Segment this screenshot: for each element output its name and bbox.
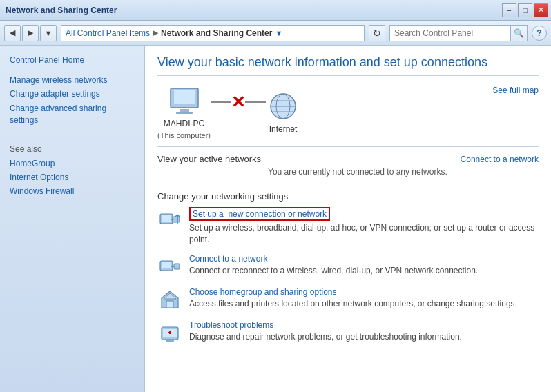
title-bar: Network and Sharing Center − □ ✕ — [0, 0, 551, 21]
pc-icon — [167, 86, 202, 116]
connect-network-icon — [157, 254, 182, 279]
svg-rect-17 — [162, 262, 171, 268]
setting-troubleshoot: Troubleshoot problems Diagnose and repai… — [157, 320, 539, 345]
troubleshoot-link[interactable]: Troubleshoot problems — [189, 320, 273, 330]
x-mark: ✕ — [231, 94, 245, 110]
svg-rect-1 — [174, 90, 195, 104]
active-networks-label: View your active networks — [157, 154, 261, 164]
minimize-button[interactable]: − — [502, 3, 516, 17]
setting-homegroup: Choose homegroup and sharing options Acc… — [157, 287, 539, 312]
homegroup-desc: Access files and printers located on oth… — [189, 298, 539, 310]
forward-button[interactable]: ▶ — [22, 25, 39, 41]
change-settings-title: Change your networking settings — [157, 191, 539, 202]
help-button[interactable]: ? — [532, 26, 547, 41]
breadcrumb-home[interactable]: All Control Panel Items — [66, 28, 150, 38]
close-button[interactable]: ✕ — [534, 3, 548, 17]
divider-active-networks — [157, 146, 539, 147]
search-icon[interactable]: 🔍 — [510, 26, 527, 41]
setup-connection-desc: Set up a wireless, broadband, dial-up, a… — [189, 222, 539, 246]
homegroup-link[interactable]: Choose homegroup and sharing options — [189, 287, 336, 297]
divider-change-settings — [157, 184, 539, 184]
pc-label: MAHDI-PC — [164, 119, 204, 128]
address-bar: ◀ ▶ ▼ All Control Panel Items ▶ Network … — [0, 21, 551, 46]
maximize-button[interactable]: □ — [518, 3, 532, 17]
sidebar-item-change-adapter[interactable]: Change adapter settings — [0, 87, 144, 101]
troubleshoot-text: Troubleshoot problems Diagnose and repai… — [189, 320, 539, 343]
sidebar-item-windows-firewall[interactable]: Windows Firewall — [0, 184, 144, 198]
search-input[interactable] — [390, 28, 510, 38]
back-button[interactable]: ◀ — [4, 25, 21, 41]
setting-setup-connection: Set up a new connection or network Set u… — [157, 207, 539, 246]
setup-new-connection-link[interactable]: new connection or network — [228, 209, 327, 219]
troubleshoot-desc: Diagnose and repair network problems, or… — [189, 331, 539, 343]
dropdown-button[interactable]: ▼ — [40, 25, 57, 41]
sidebar-item-change-advanced[interactable]: Change advanced sharingsettings — [0, 101, 144, 128]
svg-rect-25 — [166, 340, 174, 342]
see-also-label: See also — [0, 133, 144, 157]
svg-rect-18 — [174, 264, 180, 269]
setting-connect-network: Connect to a network Connect or reconnec… — [157, 254, 539, 279]
setup-connection-text: Set up a new connection or network Set u… — [189, 207, 539, 246]
active-networks-section: View your active networks Connect to a n… — [157, 154, 539, 164]
breadcrumb-sep: ▶ — [153, 28, 158, 37]
connect-network-text: Connect to a network Connect or reconnec… — [189, 254, 539, 277]
content-area: View your basic network information and … — [145, 46, 551, 392]
main-layout: Control Panel Home Manage wireless netwo… — [0, 46, 551, 392]
window-title: Network and Sharing Center — [6, 6, 117, 15]
sidebar-item-manage-wireless[interactable]: Manage wireless networks — [0, 73, 144, 87]
diagram-pc: MAHDI-PC (This computer) — [157, 86, 211, 139]
svg-rect-10 — [162, 215, 171, 222]
internet-label: Internet — [269, 124, 298, 134]
breadcrumb-current: Network and Sharing Center — [161, 28, 272, 38]
refresh-button[interactable]: ↻ — [369, 25, 385, 41]
setup-prefix[interactable]: Set up a — [193, 209, 224, 219]
path-arrow[interactable]: ▼ — [275, 29, 282, 37]
nav-buttons: ◀ ▶ ▼ — [4, 25, 57, 41]
connector-line-right — [245, 101, 266, 103]
globe-icon — [266, 91, 300, 121]
diagram-internet: Internet — [266, 91, 300, 134]
sidebar-cp-home[interactable]: Control Panel Home — [0, 52, 144, 68]
address-path: All Control Panel Items ▶ Network and Sh… — [61, 25, 365, 41]
see-full-map-link[interactable]: See full map — [492, 86, 539, 95]
svg-rect-3 — [176, 112, 193, 114]
connect-to-network-header-link[interactable]: Connect to a network — [461, 155, 539, 164]
svg-rect-2 — [180, 109, 189, 112]
setup-connection-link-line: Set up a new connection or network — [189, 207, 539, 221]
window-controls: − □ ✕ — [502, 3, 548, 17]
page-title: View your basic network information and … — [157, 55, 539, 76]
sidebar-item-internet-options[interactable]: Internet Options — [0, 170, 144, 184]
homegroup-icon — [157, 287, 182, 312]
sidebar: Control Panel Home Manage wireless netwo… — [0, 46, 145, 392]
connector-line-left — [211, 101, 231, 103]
sidebar-item-homegroup[interactable]: HomeGroup — [0, 157, 144, 170]
connect-network-desc: Connect or reconnect to a wireless, wire… — [189, 265, 539, 277]
troubleshoot-icon — [157, 320, 182, 345]
not-connected-text: You are currently not connected to any n… — [268, 167, 539, 177]
connect-network-link[interactable]: Connect to a network — [189, 254, 267, 264]
homegroup-text: Choose homegroup and sharing options Acc… — [189, 287, 539, 310]
pc-sublabel: (This computer) — [157, 131, 211, 139]
setup-connection-icon — [157, 207, 182, 232]
search-box: 🔍 — [389, 25, 528, 41]
svg-rect-21 — [166, 301, 173, 308]
svg-rect-11 — [173, 217, 180, 222]
